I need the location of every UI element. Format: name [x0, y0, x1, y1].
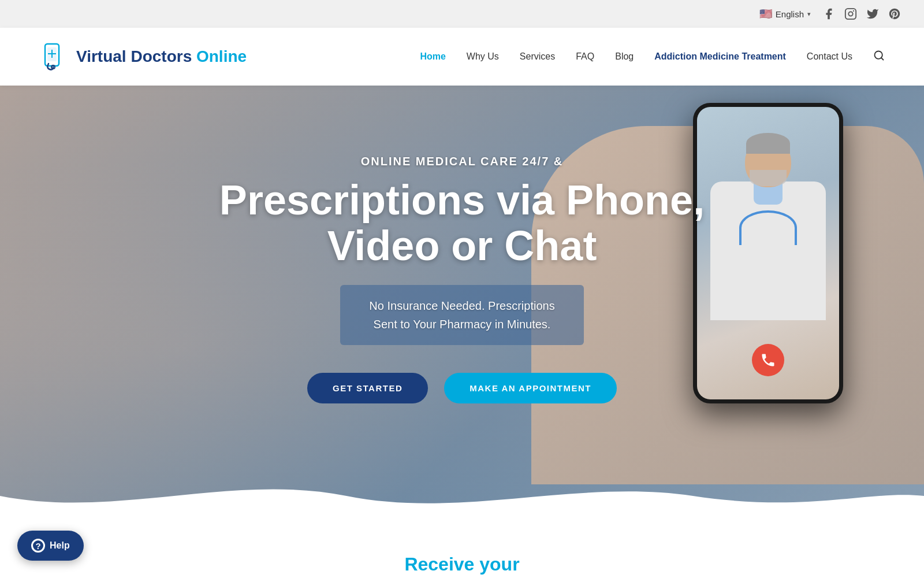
- nav-link-home[interactable]: Home: [409, 46, 456, 68]
- nav-link-blog[interactable]: Blog: [605, 46, 644, 68]
- logo-link[interactable]: Virtual Doctors Online: [35, 39, 247, 74]
- hero-buttons: GET STARTED MAKE AN APPOINTMENT: [307, 373, 617, 403]
- help-label: Help: [50, 540, 70, 551]
- hero-title-line2: Video or Chat: [327, 223, 597, 269]
- hero-description-box: No Insurance Needed. Prescriptions Sent …: [340, 285, 583, 345]
- make-appointment-button[interactable]: MAKE AN APPOINTMENT: [444, 373, 617, 403]
- top-bar: 🇺🇸 English ▾: [0, 0, 924, 28]
- language-label: English: [776, 9, 804, 19]
- flag-icon: 🇺🇸: [759, 8, 772, 20]
- twitter-icon[interactable]: [866, 8, 879, 20]
- navbar: Virtual Doctors Online Home Why Us Servi…: [0, 28, 924, 86]
- svg-line-9: [881, 57, 884, 60]
- pinterest-icon[interactable]: [888, 8, 901, 20]
- nav-item-services[interactable]: Services: [509, 46, 565, 68]
- nav-item-home[interactable]: Home: [409, 46, 456, 68]
- below-hero: Receive your: [0, 519, 924, 578]
- nav-link-services[interactable]: Services: [509, 46, 565, 68]
- svg-point-1: [848, 12, 852, 16]
- svg-point-2: [853, 10, 854, 12]
- nav-item-addiction[interactable]: Addiction Medicine Treatment: [644, 46, 796, 68]
- help-icon: ?: [31, 539, 45, 553]
- nav-item-search[interactable]: [863, 50, 889, 64]
- get-started-button[interactable]: GET STARTED: [307, 373, 428, 403]
- help-button[interactable]: ? Help: [17, 531, 84, 561]
- logo-icon: [35, 39, 69, 74]
- social-icons: [822, 8, 901, 20]
- hero-wave: [0, 473, 924, 519]
- instagram-icon[interactable]: [844, 8, 857, 20]
- nav-link-faq[interactable]: FAQ: [565, 46, 605, 68]
- nav-item-faq[interactable]: FAQ: [565, 46, 605, 68]
- chevron-down-icon: ▾: [807, 10, 811, 18]
- hero-description: No Insurance Needed. Prescriptions Sent …: [369, 297, 554, 334]
- nav-link-contact[interactable]: Contact Us: [796, 46, 863, 68]
- nav-item-blog[interactable]: Blog: [605, 46, 644, 68]
- hero-content: ONLINE MEDICAL CARE 24/7 & Prescriptions…: [0, 86, 924, 519]
- language-selector[interactable]: 🇺🇸 English ▾: [759, 8, 811, 20]
- svg-rect-0: [845, 9, 856, 19]
- search-icon[interactable]: [869, 46, 889, 68]
- logo-text: Virtual Doctors Online: [76, 47, 247, 66]
- nav-link-whyus[interactable]: Why Us: [456, 46, 509, 68]
- hero-title: Prescriptions via Phone, Video or Chat: [219, 177, 705, 269]
- nav-link-addiction[interactable]: Addiction Medicine Treatment: [644, 46, 796, 68]
- hero-title-line1: Prescriptions via Phone,: [219, 177, 705, 223]
- hero-subtitle: ONLINE MEDICAL CARE 24/7 &: [361, 155, 564, 168]
- hero-section: ONLINE MEDICAL CARE 24/7 & Prescriptions…: [0, 86, 924, 519]
- facebook-icon[interactable]: [822, 8, 835, 20]
- nav-item-whyus[interactable]: Why Us: [456, 46, 509, 68]
- nav-item-contact[interactable]: Contact Us: [796, 46, 863, 68]
- receive-your-heading: Receive your: [0, 554, 924, 575]
- nav-links: Home Why Us Services FAQ Blog Addiction …: [409, 46, 889, 68]
